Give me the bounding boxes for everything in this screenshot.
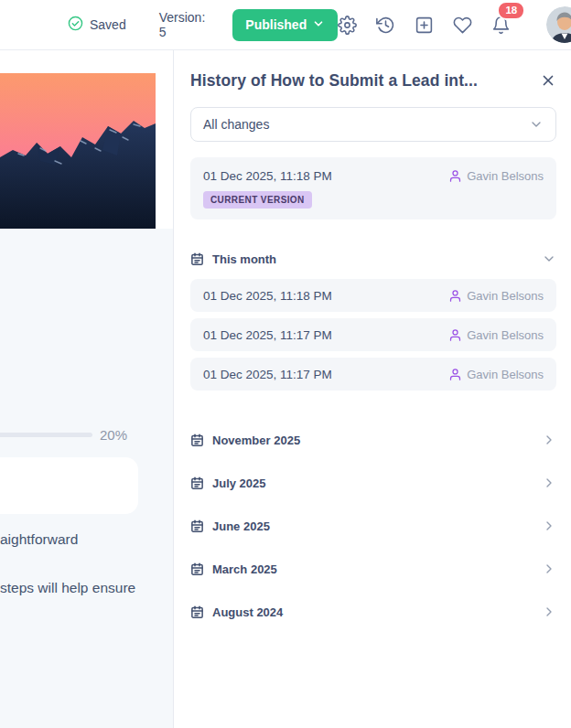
user-icon: [448, 328, 462, 342]
close-icon[interactable]: [540, 72, 556, 89]
chevron-right-icon: [542, 476, 556, 490]
mountain-sunset-image: [0, 73, 156, 229]
current-version-badge: CURRENT VERSION: [203, 191, 312, 209]
section-label: August 2024: [212, 605, 283, 619]
chevron-right-icon: [542, 519, 556, 533]
section-march-2025[interactable]: March 2025: [190, 562, 556, 576]
plus-square-icon[interactable]: [415, 16, 434, 35]
version-author[interactable]: Gavin Belsons: [448, 328, 544, 342]
heart-icon[interactable]: [453, 16, 472, 35]
document-text-line: aightforward: [0, 531, 78, 548]
author-name: Gavin Belsons: [467, 328, 544, 342]
top-toolbar: Saved Version: 5 Published 18: [0, 0, 571, 50]
section-label: June 2025: [212, 519, 270, 533]
calendar-icon: [190, 562, 204, 576]
section-label: July 2025: [212, 476, 266, 490]
chevron-right-icon: [542, 605, 556, 619]
version-timestamp: 01 Dec 2025, 11:18 PM: [203, 289, 332, 303]
progress-label: 20%: [100, 427, 127, 443]
version-timestamp: 01 Dec 2025, 11:18 PM: [203, 169, 332, 183]
user-icon: [448, 169, 462, 183]
progress-bar: [0, 433, 92, 437]
chevron-down-icon: [312, 17, 325, 33]
main-content: 20% aightforward steps will help ensure …: [0, 50, 571, 728]
progress-indicator: 20%: [0, 427, 127, 443]
section-november-2025[interactable]: November 2025: [190, 433, 556, 447]
author-name: Gavin Belsons: [467, 368, 544, 381]
published-button-label: Published: [245, 17, 307, 32]
version-author[interactable]: Gavin Belsons: [448, 368, 544, 381]
save-status-label: Saved: [90, 17, 126, 32]
notification-badge[interactable]: 18: [497, 1, 525, 21]
chevron-down-icon: [529, 117, 544, 132]
history-panel: History of How to Submit a Lead int... A…: [174, 50, 571, 728]
calendar-icon: [190, 252, 204, 266]
published-button[interactable]: Published: [232, 9, 338, 41]
user-icon: [448, 289, 462, 303]
gear-icon[interactable]: [338, 16, 357, 35]
section-august-2024[interactable]: August 2024: [190, 605, 556, 619]
toolbar-icons: 18: [338, 6, 571, 43]
changes-filter-dropdown[interactable]: All changes: [190, 107, 556, 142]
version-entry-list: 01 Dec 2025, 11:18 PM Gavin Belsons 01 D…: [190, 279, 556, 391]
page-title: History of How to Submit a Lead int...: [190, 71, 478, 91]
version-entry-row[interactable]: 01 Dec 2025, 11:18 PM Gavin Belsons: [190, 279, 556, 312]
author-name: Gavin Belsons: [467, 289, 544, 303]
document-preview-pane: 20% aightforward steps will help ensure: [0, 50, 174, 728]
history-panel-header: History of How to Submit a Lead int...: [190, 71, 556, 91]
calendar-icon: [190, 476, 204, 490]
section-label: November 2025: [212, 434, 300, 447]
chevron-right-icon: [542, 562, 556, 576]
section-this-month[interactable]: This month: [190, 252, 556, 266]
author-name: Gavin Belsons: [467, 169, 544, 183]
version-author[interactable]: Gavin Belsons: [448, 169, 544, 183]
version-author[interactable]: Gavin Belsons: [448, 289, 544, 303]
section-july-2025[interactable]: July 2025: [190, 476, 556, 490]
section-label: March 2025: [212, 562, 277, 576]
check-circle-icon: [68, 16, 83, 34]
user-icon: [448, 368, 462, 381]
save-status: Saved: [68, 16, 126, 34]
version-entry-row[interactable]: 01 Dec 2025, 11:17 PM Gavin Belsons: [190, 358, 556, 391]
document-card[interactable]: [0, 457, 138, 514]
chevron-down-icon: [542, 252, 556, 266]
notifications: 18: [491, 16, 511, 35]
section-june-2025[interactable]: June 2025: [190, 519, 556, 533]
chevron-right-icon: [542, 433, 556, 447]
calendar-icon: [190, 605, 204, 619]
history-icon[interactable]: [376, 16, 395, 35]
collapsed-month-list: November 2025 July 2025 June 2025 March …: [190, 433, 556, 619]
avatar[interactable]: [546, 6, 571, 43]
version-indicator: Version: 5: [159, 10, 206, 39]
section-label: This month: [212, 252, 276, 266]
current-version-card[interactable]: 01 Dec 2025, 11:18 PM Gavin Belsons CURR…: [190, 157, 556, 219]
document-text-line: steps will help ensure: [0, 580, 135, 596]
version-entry-row[interactable]: 01 Dec 2025, 11:17 PM Gavin Belsons: [190, 318, 556, 351]
changes-filter-value: All changes: [203, 117, 269, 132]
version-timestamp: 01 Dec 2025, 11:17 PM: [203, 368, 332, 381]
version-timestamp: 01 Dec 2025, 11:17 PM: [203, 328, 332, 342]
calendar-icon: [190, 434, 204, 447]
calendar-icon: [190, 519, 204, 533]
